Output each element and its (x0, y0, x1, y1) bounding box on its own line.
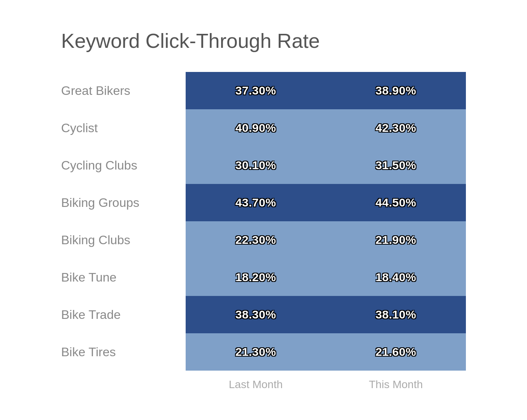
table-row: 38.30%38.10% (186, 296, 466, 333)
table-row: 22.30%21.90% (186, 221, 466, 259)
footer-labels: Last Month This Month (61, 378, 466, 391)
last-month-value: 22.30% (186, 221, 326, 259)
table-row: 37.30%38.90% (186, 72, 466, 109)
keyword-label: Biking Clubs (61, 221, 186, 259)
this-month-value: 42.30% (326, 109, 466, 147)
chart-area: Great BikersCyclistCycling ClubsBiking G… (61, 72, 466, 371)
last-month-value: 43.70% (186, 184, 326, 221)
last-month-value: 40.90% (186, 109, 326, 147)
keyword-label: Cyclist (61, 109, 186, 147)
last-month-value: 21.30% (186, 333, 326, 371)
keywords-column: Great BikersCyclistCycling ClubsBiking G… (61, 72, 186, 371)
last-month-value: 37.30% (186, 72, 326, 109)
keyword-label: Biking Groups (61, 184, 186, 221)
this-month-label: This Month (326, 378, 466, 391)
table-row: 18.20%18.40% (186, 259, 466, 296)
last-month-value: 38.30% (186, 296, 326, 333)
chart-container: Keyword Click-Through Rate Great BikersC… (30, 6, 497, 414)
last-month-value: 18.20% (186, 259, 326, 296)
keyword-label: Bike Tune (61, 259, 186, 296)
keyword-label: Bike Trade (61, 296, 186, 333)
keyword-label: Bike Tires (61, 333, 186, 371)
table-row: 21.30%21.60% (186, 333, 466, 371)
last-month-label: Last Month (186, 378, 326, 391)
data-grid: 37.30%38.90%40.90%42.30%30.10%31.50%43.7… (186, 72, 466, 371)
keyword-label: Great Bikers (61, 72, 186, 109)
chart-title: Keyword Click-Through Rate (61, 29, 466, 52)
this-month-value: 21.90% (326, 221, 466, 259)
keyword-label: Cycling Clubs (61, 147, 186, 184)
table-row: 40.90%42.30% (186, 109, 466, 147)
table-row: 30.10%31.50% (186, 147, 466, 184)
this-month-value: 44.50% (326, 184, 466, 221)
this-month-value: 18.40% (326, 259, 466, 296)
this-month-value: 31.50% (326, 147, 466, 184)
this-month-value: 38.90% (326, 72, 466, 109)
table-row: 43.70%44.50% (186, 184, 466, 221)
this-month-value: 38.10% (326, 296, 466, 333)
this-month-value: 21.60% (326, 333, 466, 371)
last-month-value: 30.10% (186, 147, 326, 184)
